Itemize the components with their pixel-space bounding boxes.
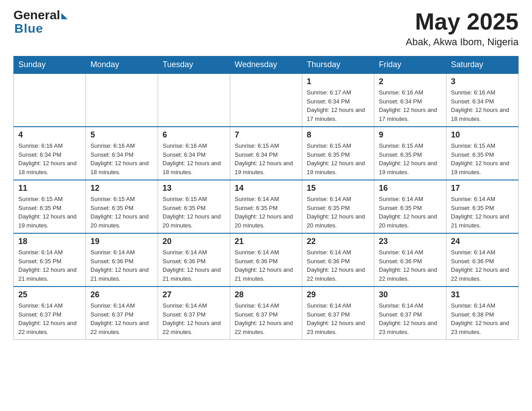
- day-number: 26: [90, 290, 153, 300]
- day-info: Sunrise: 6:14 AM Sunset: 6:35 PM Dayligh…: [307, 195, 369, 230]
- calendar-cell: 13Sunrise: 6:15 AM Sunset: 6:35 PM Dayli…: [158, 180, 230, 233]
- day-info: Sunrise: 6:14 AM Sunset: 6:36 PM Dayligh…: [235, 248, 297, 283]
- day-number: 20: [163, 237, 225, 246]
- day-number: 24: [451, 237, 514, 246]
- day-number: 7: [235, 130, 297, 140]
- day-number: 28: [235, 290, 297, 300]
- day-info: Sunrise: 6:14 AM Sunset: 6:36 PM Dayligh…: [379, 248, 442, 283]
- day-header-tuesday: Tuesday: [158, 56, 230, 74]
- day-header-thursday: Thursday: [302, 56, 374, 74]
- day-number: 15: [307, 184, 369, 193]
- calendar-cell: 2Sunrise: 6:16 AM Sunset: 6:34 PM Daylig…: [374, 73, 446, 127]
- calendar-cell: 4Sunrise: 6:16 AM Sunset: 6:34 PM Daylig…: [14, 127, 86, 180]
- day-number: 3: [451, 77, 514, 86]
- calendar-cell: 18Sunrise: 6:14 AM Sunset: 6:35 PM Dayli…: [14, 233, 86, 287]
- day-info: Sunrise: 6:16 AM Sunset: 6:34 PM Dayligh…: [18, 141, 81, 176]
- day-number: 30: [379, 290, 442, 300]
- day-info: Sunrise: 6:14 AM Sunset: 6:36 PM Dayligh…: [307, 248, 369, 283]
- calendar-cell: 20Sunrise: 6:14 AM Sunset: 6:36 PM Dayli…: [158, 233, 230, 287]
- day-header-friday: Friday: [374, 56, 446, 74]
- calendar-cell: [86, 73, 158, 127]
- day-number: 19: [90, 237, 153, 246]
- calendar-cell: 27Sunrise: 6:14 AM Sunset: 6:37 PM Dayli…: [158, 287, 230, 340]
- week-row-4: 18Sunrise: 6:14 AM Sunset: 6:35 PM Dayli…: [14, 233, 519, 287]
- calendar-cell: 14Sunrise: 6:14 AM Sunset: 6:35 PM Dayli…: [230, 180, 302, 233]
- day-info: Sunrise: 6:16 AM Sunset: 6:34 PM Dayligh…: [451, 88, 514, 123]
- day-number: 18: [18, 237, 81, 246]
- day-number: 8: [307, 130, 369, 140]
- calendar-cell: 26Sunrise: 6:14 AM Sunset: 6:37 PM Dayli…: [86, 287, 158, 340]
- calendar-cell: 1Sunrise: 6:17 AM Sunset: 6:34 PM Daylig…: [302, 73, 374, 127]
- day-number: 25: [18, 290, 81, 300]
- week-row-1: 1Sunrise: 6:17 AM Sunset: 6:34 PM Daylig…: [14, 73, 519, 127]
- title-block: May 2025 Abak, Akwa Ibom, Nigeria: [406, 9, 519, 48]
- calendar-cell: 17Sunrise: 6:14 AM Sunset: 6:35 PM Dayli…: [446, 180, 519, 233]
- calendar-cell: 7Sunrise: 6:15 AM Sunset: 6:34 PM Daylig…: [230, 127, 302, 180]
- day-info: Sunrise: 6:16 AM Sunset: 6:34 PM Dayligh…: [379, 88, 442, 123]
- day-info: Sunrise: 6:15 AM Sunset: 6:35 PM Dayligh…: [379, 141, 442, 176]
- calendar-cell: 21Sunrise: 6:14 AM Sunset: 6:36 PM Dayli…: [230, 233, 302, 287]
- day-info: Sunrise: 6:14 AM Sunset: 6:35 PM Dayligh…: [235, 195, 297, 230]
- calendar-cell: 25Sunrise: 6:14 AM Sunset: 6:37 PM Dayli…: [14, 287, 86, 340]
- calendar-cell: 15Sunrise: 6:14 AM Sunset: 6:35 PM Dayli…: [302, 180, 374, 233]
- day-info: Sunrise: 6:14 AM Sunset: 6:37 PM Dayligh…: [307, 301, 369, 336]
- calendar-cell: 30Sunrise: 6:14 AM Sunset: 6:37 PM Dayli…: [374, 287, 446, 340]
- day-info: Sunrise: 6:14 AM Sunset: 6:37 PM Dayligh…: [90, 301, 153, 336]
- month-year-title: May 2025: [406, 9, 519, 34]
- calendar-header-row: SundayMondayTuesdayWednesdayThursdayFrid…: [14, 56, 519, 74]
- week-row-2: 4Sunrise: 6:16 AM Sunset: 6:34 PM Daylig…: [14, 127, 519, 180]
- day-number: 29: [307, 290, 369, 300]
- day-info: Sunrise: 6:14 AM Sunset: 6:37 PM Dayligh…: [163, 301, 225, 336]
- day-info: Sunrise: 6:14 AM Sunset: 6:36 PM Dayligh…: [90, 248, 153, 283]
- day-header-wednesday: Wednesday: [230, 56, 302, 74]
- day-number: 2: [379, 77, 442, 86]
- day-info: Sunrise: 6:15 AM Sunset: 6:35 PM Dayligh…: [307, 141, 369, 176]
- location-text: Abak, Akwa Ibom, Nigeria: [406, 36, 519, 48]
- day-header-monday: Monday: [86, 56, 158, 74]
- day-info: Sunrise: 6:14 AM Sunset: 6:36 PM Dayligh…: [451, 248, 514, 283]
- day-info: Sunrise: 6:15 AM Sunset: 6:35 PM Dayligh…: [90, 195, 153, 230]
- calendar-cell: 3Sunrise: 6:16 AM Sunset: 6:34 PM Daylig…: [446, 73, 519, 127]
- day-info: Sunrise: 6:14 AM Sunset: 6:36 PM Dayligh…: [163, 248, 225, 283]
- calendar-cell: 16Sunrise: 6:14 AM Sunset: 6:35 PM Dayli…: [374, 180, 446, 233]
- day-info: Sunrise: 6:14 AM Sunset: 6:37 PM Dayligh…: [379, 301, 442, 336]
- calendar-cell: [230, 73, 302, 127]
- week-row-3: 11Sunrise: 6:15 AM Sunset: 6:35 PM Dayli…: [14, 180, 519, 233]
- day-info: Sunrise: 6:14 AM Sunset: 6:37 PM Dayligh…: [18, 301, 81, 336]
- calendar-cell: 12Sunrise: 6:15 AM Sunset: 6:35 PM Dayli…: [86, 180, 158, 233]
- day-header-saturday: Saturday: [446, 56, 519, 74]
- day-info: Sunrise: 6:14 AM Sunset: 6:37 PM Dayligh…: [235, 301, 297, 336]
- calendar-cell: 19Sunrise: 6:14 AM Sunset: 6:36 PM Dayli…: [86, 233, 158, 287]
- day-number: 22: [307, 237, 369, 246]
- day-number: 17: [451, 184, 514, 193]
- calendar-cell: 11Sunrise: 6:15 AM Sunset: 6:35 PM Dayli…: [14, 180, 86, 233]
- calendar-cell: 6Sunrise: 6:16 AM Sunset: 6:34 PM Daylig…: [158, 127, 230, 180]
- day-info: Sunrise: 6:14 AM Sunset: 6:35 PM Dayligh…: [451, 195, 514, 230]
- day-info: Sunrise: 6:14 AM Sunset: 6:35 PM Dayligh…: [379, 195, 442, 230]
- week-row-5: 25Sunrise: 6:14 AM Sunset: 6:37 PM Dayli…: [14, 287, 519, 340]
- day-number: 27: [163, 290, 225, 300]
- day-number: 14: [235, 184, 297, 193]
- day-info: Sunrise: 6:17 AM Sunset: 6:34 PM Dayligh…: [307, 88, 369, 123]
- calendar-cell: 9Sunrise: 6:15 AM Sunset: 6:35 PM Daylig…: [374, 127, 446, 180]
- calendar-cell: 10Sunrise: 6:15 AM Sunset: 6:35 PM Dayli…: [446, 127, 519, 180]
- page-header: General Blue May 2025 Abak, Akwa Ibom, N…: [13, 9, 519, 48]
- calendar-cell: 5Sunrise: 6:16 AM Sunset: 6:34 PM Daylig…: [86, 127, 158, 180]
- day-number: 1: [307, 77, 369, 86]
- day-info: Sunrise: 6:14 AM Sunset: 6:35 PM Dayligh…: [18, 248, 81, 283]
- calendar-cell: 8Sunrise: 6:15 AM Sunset: 6:35 PM Daylig…: [302, 127, 374, 180]
- day-info: Sunrise: 6:16 AM Sunset: 6:34 PM Dayligh…: [90, 141, 153, 176]
- day-header-sunday: Sunday: [14, 56, 86, 74]
- day-number: 16: [379, 184, 442, 193]
- calendar-cell: 22Sunrise: 6:14 AM Sunset: 6:36 PM Dayli…: [302, 233, 374, 287]
- day-info: Sunrise: 6:15 AM Sunset: 6:35 PM Dayligh…: [451, 141, 514, 176]
- day-info: Sunrise: 6:15 AM Sunset: 6:35 PM Dayligh…: [18, 195, 81, 230]
- day-number: 6: [163, 130, 225, 140]
- day-number: 21: [235, 237, 297, 246]
- logo-general-text: General: [13, 9, 60, 21]
- calendar-cell: [14, 73, 86, 127]
- day-number: 31: [451, 290, 514, 300]
- day-number: 12: [90, 184, 153, 193]
- day-number: 5: [90, 130, 153, 140]
- calendar-cell: 23Sunrise: 6:14 AM Sunset: 6:36 PM Dayli…: [374, 233, 446, 287]
